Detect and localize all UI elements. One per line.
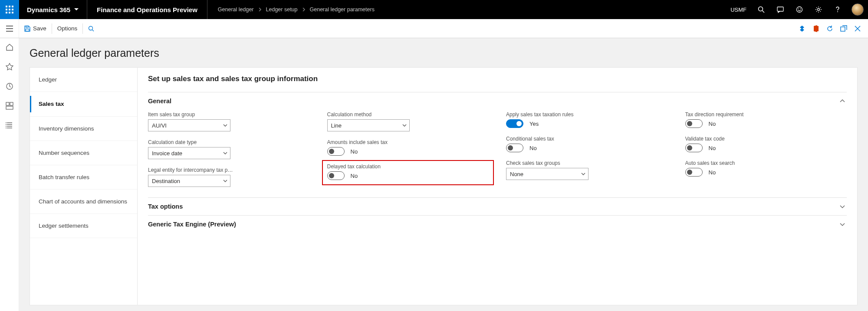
- tax-dir-req-toggle[interactable]: [685, 119, 703, 128]
- validate-tax-toggle[interactable]: [685, 144, 703, 152]
- field-label: Validate tax code: [685, 136, 772, 142]
- svg-rect-4: [9, 9, 10, 10]
- hamburger-icon: [6, 26, 13, 32]
- field-label: Conditional sales tax: [506, 136, 593, 142]
- svg-rect-21: [26, 29, 29, 31]
- field-label: Amounts include sales tax: [327, 139, 414, 145]
- svg-rect-5: [12, 9, 13, 10]
- settings-button[interactable]: [809, 0, 828, 19]
- workspace: General ledger parameters Ledger Sales t…: [19, 38, 868, 311]
- refresh-button[interactable]: [826, 25, 833, 32]
- grid-icon: [6, 102, 13, 110]
- sidenav-sales-tax[interactable]: Sales tax: [30, 92, 137, 117]
- modules-rail-button[interactable]: [6, 121, 13, 131]
- svg-rect-25: [841, 27, 845, 31]
- attachments-button[interactable]: [812, 25, 819, 32]
- calc-method-select[interactable]: Line: [327, 119, 410, 131]
- toggle-value: No: [709, 121, 716, 127]
- breadcrumb-item[interactable]: General ledger: [218, 7, 254, 13]
- conditional-toggle[interactable]: [506, 144, 523, 152]
- close-button[interactable]: [854, 25, 861, 32]
- avatar[interactable]: [852, 3, 864, 16]
- sidenav-chart-of-accounts[interactable]: Chart of accounts and dimensions: [30, 190, 137, 214]
- breadcrumb-item[interactable]: Ledger setup: [266, 7, 298, 13]
- field-auto-search: Auto sales tax search No: [685, 160, 847, 177]
- field-label: Calculation method: [327, 111, 414, 118]
- field-label: Auto sales tax search: [685, 160, 772, 166]
- svg-rect-8: [12, 12, 13, 13]
- check-groups-select[interactable]: None: [506, 168, 589, 180]
- group-header-generic-engine[interactable]: Generic Tax Engine (Preview): [148, 216, 847, 233]
- refresh-icon: [826, 25, 833, 32]
- environment-label: Finance and Operations Preview: [97, 6, 197, 13]
- svg-rect-0: [6, 6, 7, 7]
- svg-rect-7: [9, 12, 10, 13]
- chevron-down-icon: [840, 222, 845, 227]
- svg-rect-11: [777, 7, 783, 11]
- chat-icon: [777, 6, 784, 13]
- ribbon-search[interactable]: [83, 19, 99, 38]
- sidenav-number-sequences[interactable]: Number sequences: [30, 141, 137, 165]
- brand-label: Dynamics 365: [27, 6, 70, 13]
- group-label: Generic Tax Engine (Preview): [148, 221, 236, 228]
- popout-button[interactable]: [840, 25, 847, 32]
- left-nav-rail: [0, 38, 19, 311]
- field-label: Calculation date type: [148, 139, 235, 145]
- ribbon-right: [799, 19, 868, 38]
- chevron-right-icon: [302, 8, 306, 11]
- feedback-button[interactable]: [790, 0, 809, 19]
- auto-search-toggle[interactable]: [685, 168, 703, 177]
- options-button[interactable]: Options: [52, 19, 83, 38]
- action-ribbon: Save Options: [0, 19, 868, 38]
- group-generic-engine: Generic Tax Engine (Preview): [148, 215, 847, 233]
- legal-entity-select[interactable]: Destination: [148, 175, 230, 187]
- svg-line-23: [92, 29, 94, 31]
- field-calc-date-type: Calculation date type Invoice date: [148, 139, 310, 159]
- svg-rect-1: [9, 6, 10, 7]
- delayed-tax-toggle[interactable]: [327, 171, 345, 180]
- personalize-button[interactable]: [799, 25, 806, 32]
- svg-point-9: [759, 7, 763, 11]
- brand-dropdown[interactable]: Dynamics 365: [19, 0, 87, 19]
- field-validate-tax: Validate tax code No: [685, 136, 847, 152]
- group-header-tax-options[interactable]: Tax options: [148, 198, 847, 215]
- search-button[interactable]: [752, 0, 771, 19]
- sidenav-ledger[interactable]: Ledger: [30, 68, 137, 92]
- apply-rules-toggle[interactable]: [506, 119, 523, 128]
- toggle-value: No: [351, 148, 358, 155]
- sidenav-batch-transfer[interactable]: Batch transfer rules: [30, 165, 137, 190]
- select-value: Destination: [152, 178, 180, 184]
- smiley-icon: [796, 6, 803, 13]
- sidenav-inventory-dimensions[interactable]: Inventory dimensions: [30, 117, 137, 141]
- chevron-right-icon: [258, 8, 262, 11]
- field-item-sales-tax-group: Item sales tax group AU/VI: [148, 111, 310, 131]
- group-header-general[interactable]: General: [148, 92, 847, 110]
- svg-point-38: [6, 126, 7, 127]
- breadcrumb-item[interactable]: General ledger parameters: [310, 7, 375, 13]
- toggle-value: No: [529, 145, 537, 151]
- office-icon: [812, 25, 819, 32]
- nav-toggle[interactable]: [0, 19, 19, 38]
- messages-button[interactable]: [771, 0, 790, 19]
- recent-rail-button[interactable]: [6, 82, 13, 92]
- save-icon: [24, 26, 30, 32]
- svg-line-10: [763, 11, 765, 13]
- home-rail-button[interactable]: [6, 43, 13, 52]
- save-button[interactable]: Save: [19, 19, 52, 38]
- svg-rect-31: [6, 106, 13, 109]
- help-button[interactable]: [828, 0, 847, 19]
- svg-point-13: [798, 9, 799, 10]
- app-launcher[interactable]: [0, 0, 19, 19]
- highlight-delayed-tax: Delayed tax calculation No: [322, 160, 494, 185]
- sidenav-ledger-settlements[interactable]: Ledger settlements: [30, 214, 137, 238]
- list-icon: [6, 121, 13, 129]
- amounts-include-toggle[interactable]: [327, 147, 345, 156]
- svg-point-14: [800, 9, 801, 10]
- item-sales-tax-group-select[interactable]: AU/VI: [148, 119, 230, 131]
- calc-date-type-select[interactable]: Invoice date: [148, 147, 230, 159]
- workspaces-rail-button[interactable]: [6, 102, 13, 111]
- environment-label-block[interactable]: Finance and Operations Preview: [87, 0, 207, 19]
- toggle-value: No: [709, 169, 716, 176]
- favorites-rail-button[interactable]: [6, 63, 13, 72]
- company-picker[interactable]: USMF: [725, 7, 752, 13]
